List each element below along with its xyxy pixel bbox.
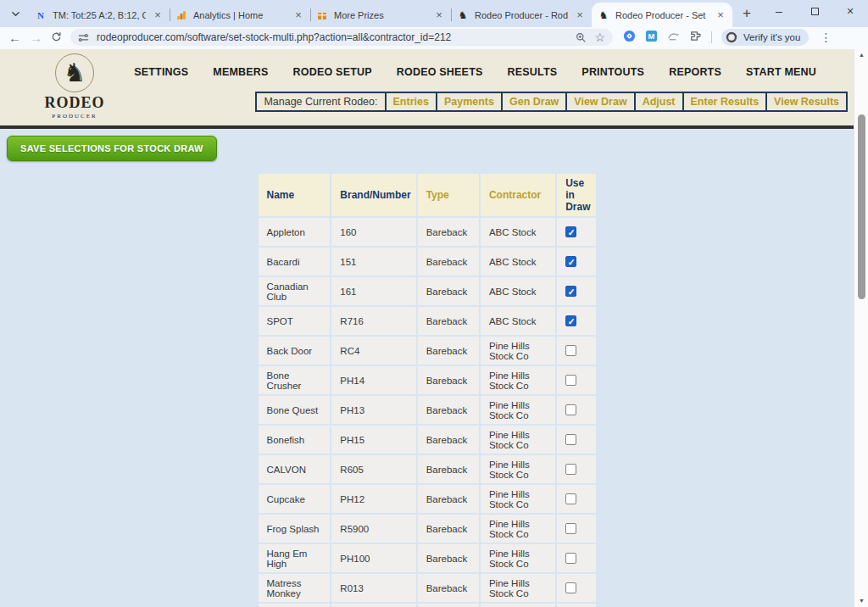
use-in-draw-checkbox[interactable] — [565, 345, 576, 356]
use-in-draw-checkbox[interactable] — [565, 553, 576, 564]
browser-tab[interactable]: ♞ Rodeo Producer - Rodeo Setu × — [451, 3, 592, 27]
cell-name: Cupcake — [259, 485, 331, 513]
manage-link-entries[interactable]: Entries — [385, 93, 436, 110]
use-in-draw-checkbox[interactable] — [565, 464, 576, 475]
stock-table: NameBrand/NumberTypeContractorUse in Dra… — [257, 172, 598, 607]
tag-extension-icon[interactable] — [623, 30, 636, 46]
nav-item-reports[interactable]: REPORTS — [669, 66, 721, 78]
reader-extension-icon[interactable] — [667, 30, 680, 46]
cell-type: Bareback — [418, 574, 479, 602]
manage-link-view-results[interactable]: View Results — [765, 93, 846, 110]
cell-name — [259, 604, 331, 607]
nav-item-rodeo-setup[interactable]: RODEO SETUP — [293, 66, 372, 78]
cell-contractor: Pine Hills Stock Co — [481, 396, 555, 424]
cell-type: Bareback — [418, 426, 479, 454]
cell-name: Matress Monkey — [259, 574, 331, 602]
prizes-icon — [316, 9, 328, 21]
table-row: Hang Em High PH100 Bareback Pine Hills S… — [259, 544, 596, 572]
profile-button[interactable]: Verify it's you — [721, 29, 809, 46]
table-row: Bacardi 151 Bareback ABC Stock — [259, 248, 596, 276]
address-bar[interactable]: rodeoproducer.com/software/set-stock-mul… — [70, 29, 613, 46]
column-header-type[interactable]: Type — [418, 174, 479, 216]
nav-item-rodeo-sheets[interactable]: RODEO SHEETS — [397, 66, 483, 78]
use-in-draw-checkbox[interactable] — [565, 286, 576, 297]
site-info-icon[interactable] — [78, 32, 89, 43]
cell-use-in-draw — [557, 485, 595, 513]
scroll-down-arrow[interactable]: ▼ — [854, 595, 868, 607]
minimize-button[interactable]: – — [761, 0, 797, 22]
column-header-name: Name — [259, 174, 331, 216]
rodeo-producer-logo[interactable]: ♞ RODEO PRODUCER — [38, 51, 111, 120]
back-button[interactable]: ← — [8, 31, 21, 44]
use-in-draw-checkbox[interactable] — [565, 256, 576, 267]
use-in-draw-checkbox[interactable] — [565, 582, 576, 593]
url-text[interactable]: rodeoproducer.com/software/set-stock-mul… — [97, 31, 568, 43]
browser-menu-button[interactable]: ⋮ — [818, 31, 833, 44]
nav-item-start-menu[interactable]: START MENU — [746, 66, 816, 78]
cell-use-in-draw — [557, 337, 595, 365]
tab-title: Rodeo Producer - Rodeo Setu — [475, 10, 568, 20]
tab-list: N TM: Tot:25 A:2, B:12, C:10, D:0 × Anal… — [29, 3, 732, 27]
tab-close-icon[interactable]: × — [292, 8, 304, 21]
cell-type: Bareback — [418, 366, 479, 394]
browser-tab[interactable]: Analytics | Home × — [170, 3, 310, 27]
column-header-contractor[interactable]: Contractor — [481, 174, 555, 216]
save-selections-button[interactable]: SAVE SELECTIONS FOR STOCK DRAW — [7, 136, 217, 161]
use-in-draw-checkbox[interactable] — [565, 434, 576, 445]
browser-tab[interactable]: N TM: Tot:25 A:2, B:12, C:10, D:0 × — [29, 3, 170, 27]
tab-close-icon[interactable]: × — [574, 8, 586, 21]
new-tab-button[interactable]: + — [736, 3, 758, 25]
profile-label: Verify it's you — [743, 32, 800, 42]
manage-link-enter-results[interactable]: Enter Results — [682, 93, 766, 110]
m-extension-icon[interactable]: M — [645, 30, 658, 46]
avatar — [725, 31, 738, 44]
close-window-button[interactable]: × — [832, 0, 868, 22]
browser-tab[interactable]: ♞ Rodeo Producer - Set Stock fo × — [592, 3, 732, 27]
use-in-draw-checkbox[interactable] — [565, 226, 576, 237]
use-in-draw-checkbox[interactable] — [565, 523, 576, 534]
zoom-icon[interactable] — [576, 32, 587, 43]
header-row: NameBrand/NumberTypeContractorUse in Dra… — [259, 174, 596, 216]
scrollbar-thumb[interactable] — [858, 114, 865, 299]
nav-item-results[interactable]: RESULTS — [508, 66, 558, 78]
table-row: Matress Monkey R013 Bareback Pine Hills … — [259, 574, 596, 602]
tab-search-button[interactable] — [5, 3, 25, 24]
browser-tab[interactable]: More Prizes × — [310, 3, 451, 27]
cell-name: SPOT — [259, 307, 331, 335]
maximize-icon — [811, 8, 819, 15]
tab-close-icon[interactable]: × — [152, 8, 164, 21]
nav-item-settings[interactable]: SETTINGS — [134, 66, 188, 78]
use-in-draw-checkbox[interactable] — [565, 404, 576, 415]
manage-link-view-draw[interactable]: View Draw — [565, 93, 633, 110]
bookmark-star-icon[interactable]: ☆ — [594, 31, 605, 44]
manage-link-gen-draw[interactable]: Gen Draw — [501, 93, 565, 110]
nav-item-printouts[interactable]: PRINTOUTS — [581, 66, 644, 78]
cell-use-in-draw — [557, 544, 595, 572]
cell-contractor: Pine Hills Stock Co — [481, 574, 555, 602]
reload-button[interactable] — [51, 31, 62, 44]
column-header-brand-number: Brand/Number — [331, 174, 415, 216]
manage-link-payments[interactable]: Payments — [436, 93, 501, 110]
browser-window: N TM: Tot:25 A:2, B:12, C:10, D:0 × Anal… — [0, 0, 868, 607]
tab-close-icon[interactable]: × — [433, 8, 445, 21]
column-header-use-in-draw: Use in Draw — [557, 174, 595, 216]
forward-button[interactable]: → — [30, 31, 42, 44]
page-scrollbar[interactable]: ▲ ▼ — [854, 49, 868, 607]
use-in-draw-checkbox[interactable] — [565, 493, 576, 504]
tab-title: TM: Tot:25 A:2, B:12, C:10, D:0 — [53, 10, 146, 20]
cell-contractor: ABC Stock — [481, 277, 555, 305]
scroll-up-arrow[interactable]: ▲ — [854, 49, 868, 61]
extensions-puzzle-icon[interactable] — [689, 30, 702, 46]
nav-item-members[interactable]: MEMBERS — [213, 66, 268, 78]
page-viewport: ♞ RODEO PRODUCER SETTINGSMEMBERSRODEO SE… — [0, 49, 868, 607]
cell-name: Bone Quest — [259, 396, 331, 424]
use-in-draw-checkbox[interactable] — [565, 315, 576, 326]
main-nav: SETTINGSMEMBERSRODEO SETUPRODEO SHEETSRE… — [134, 66, 816, 78]
tab-close-icon[interactable]: × — [715, 8, 726, 21]
use-in-draw-checkbox[interactable] — [565, 375, 576, 386]
cell-name: Appleton — [259, 218, 331, 246]
logo-circle: ♞ — [55, 53, 94, 92]
manage-link-adjust[interactable]: Adjust — [634, 93, 682, 110]
cell-type: Bareback — [418, 307, 479, 335]
maximize-button[interactable] — [797, 0, 832, 22]
